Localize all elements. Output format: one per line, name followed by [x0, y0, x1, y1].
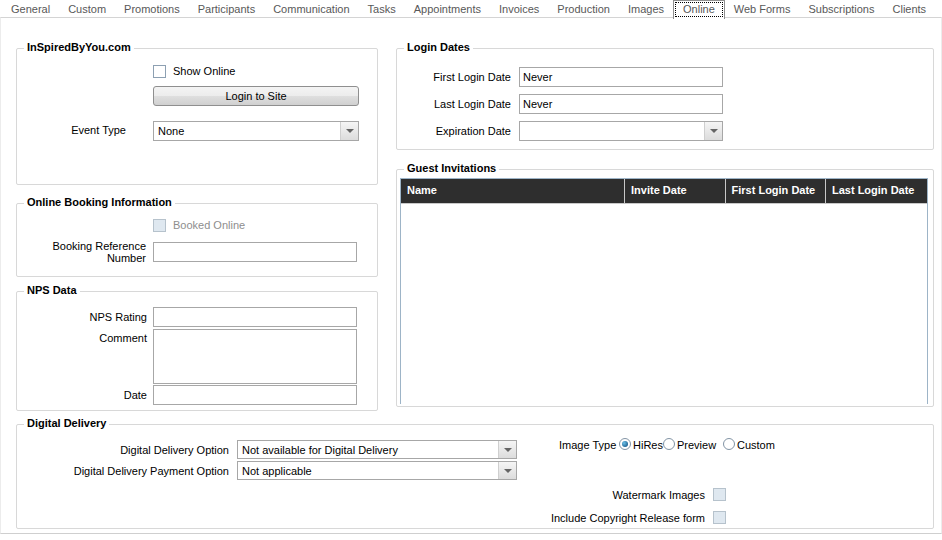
watermark-images-checkbox: [713, 488, 726, 501]
digital-delivery-option-label: Digital Delivery Option: [120, 444, 229, 457]
digital-delivery-payment-option-label: Digital Delivery Payment Option: [74, 465, 229, 478]
group-login-dates-title: Login Dates: [404, 41, 473, 54]
nps-rating-input[interactable]: [153, 307, 357, 327]
chevron-down-icon: [346, 129, 354, 133]
group-login-dates: Login Dates First Login Date Last Login …: [396, 48, 934, 150]
tab-appointments[interactable]: Appointments: [405, 1, 490, 18]
booking-reference-input[interactable]: [153, 242, 357, 262]
tab-communication[interactable]: Communication: [264, 1, 358, 18]
event-type-label: Event Type: [71, 124, 126, 137]
digital-delivery-payment-option-value: Not applicable: [242, 465, 312, 477]
nps-date-label: Date: [124, 389, 147, 402]
chevron-down-icon: [504, 448, 512, 452]
guest-invitations-table[interactable]: Name Invite Date First Login Date Last L…: [400, 178, 928, 404]
nps-rating-label: NPS Rating: [90, 311, 147, 324]
booked-online-label: Booked Online: [173, 219, 245, 232]
tab-web-forms[interactable]: Web Forms: [725, 1, 800, 18]
online-tab-page: General Custom Promotions Participants C…: [0, 0, 942, 540]
first-login-date-input[interactable]: [519, 67, 723, 87]
group-inspiredbyyou-title: InSpiredByYou.com: [24, 41, 134, 54]
tab-bar: General Custom Promotions Participants C…: [0, 0, 942, 18]
booking-reference-label: Booking Reference Number: [26, 240, 146, 264]
tab-participants[interactable]: Participants: [189, 1, 264, 18]
tab-custom[interactable]: Custom: [59, 1, 115, 18]
column-header-invite-date[interactable]: Invite Date: [625, 179, 725, 203]
digital-delivery-payment-option-dropdown-button[interactable]: [498, 462, 516, 479]
image-type-hires-radio[interactable]: [619, 438, 631, 450]
include-copyright-release-checkbox: [713, 511, 726, 524]
chevron-down-icon: [710, 129, 718, 133]
tab-production[interactable]: Production: [548, 1, 619, 18]
group-guest-invitations: Guest Invitations Name Invite Date First…: [396, 169, 934, 407]
digital-delivery-option-value: Not available for Digital Delivery: [242, 444, 398, 456]
first-login-date-label: First Login Date: [433, 71, 511, 84]
expiration-date-dropdown-button[interactable]: [704, 122, 722, 140]
event-type-select[interactable]: None: [153, 121, 359, 141]
group-online-booking: Online Booking Information Booked Online…: [16, 203, 378, 277]
include-copyright-release-label: Include Copyright Release form: [551, 512, 705, 525]
event-type-value: None: [158, 125, 184, 137]
column-header-name[interactable]: Name: [401, 179, 625, 203]
image-type-label: Image Type: [559, 439, 616, 452]
show-online-checkbox[interactable]: [153, 65, 166, 78]
digital-delivery-option-select[interactable]: Not available for Digital Delivery: [237, 440, 517, 459]
column-header-first-login-date[interactable]: First Login Date: [726, 179, 826, 203]
group-nps-data-title: NPS Data: [24, 284, 80, 297]
nps-comment-label: Comment: [99, 332, 147, 345]
last-login-date-input[interactable]: [519, 94, 723, 114]
watermark-images-label: Watermark Images: [612, 489, 705, 502]
group-nps-data: NPS Data NPS Rating Comment Date: [16, 291, 378, 411]
tab-general[interactable]: General: [2, 1, 59, 18]
image-type-preview-label: Preview: [677, 439, 716, 452]
tab-clients[interactable]: Clients: [884, 1, 936, 18]
login-to-site-button[interactable]: Login to Site: [153, 86, 359, 106]
show-online-label: Show Online: [173, 65, 235, 78]
guest-invitations-table-body[interactable]: [401, 204, 927, 404]
group-online-booking-title: Online Booking Information: [24, 196, 175, 209]
chevron-down-icon: [504, 469, 512, 473]
column-header-last-login-date[interactable]: Last Login Date: [826, 179, 927, 203]
expiration-date-select[interactable]: [519, 121, 723, 141]
group-inspiredbyyou: InSpiredByYou.com Show Online Login to S…: [16, 48, 378, 185]
tab-images[interactable]: Images: [619, 1, 673, 18]
group-digital-delivery-title: Digital Delivery: [24, 417, 109, 430]
image-type-hires-label: HiRes: [633, 439, 663, 452]
expiration-date-label: Expiration Date: [436, 125, 511, 138]
tab-tasks[interactable]: Tasks: [359, 1, 405, 18]
last-login-date-label: Last Login Date: [434, 98, 511, 111]
tab-promotions[interactable]: Promotions: [115, 1, 189, 18]
digital-delivery-payment-option-select[interactable]: Not applicable: [237, 461, 517, 480]
booked-online-checkbox: [153, 219, 166, 232]
tab-subscriptions[interactable]: Subscriptions: [799, 1, 883, 18]
tab-online[interactable]: Online: [673, 0, 725, 19]
image-type-custom-radio[interactable]: [723, 438, 735, 450]
tab-invoices[interactable]: Invoices: [490, 1, 548, 18]
event-type-dropdown-button[interactable]: [340, 122, 358, 140]
group-digital-delivery: Digital Delivery Digital Delivery Option…: [16, 424, 934, 529]
guest-invitations-table-header: Name Invite Date First Login Date Last L…: [401, 179, 927, 204]
nps-date-input[interactable]: [153, 385, 357, 405]
image-type-custom-label: Custom: [737, 439, 775, 452]
tab-notes[interactable]: Notes: [935, 1, 942, 18]
image-type-preview-radio[interactable]: [663, 438, 675, 450]
group-guest-invitations-title: Guest Invitations: [404, 162, 499, 175]
digital-delivery-option-dropdown-button[interactable]: [498, 441, 516, 458]
nps-comment-textarea[interactable]: [153, 329, 357, 384]
